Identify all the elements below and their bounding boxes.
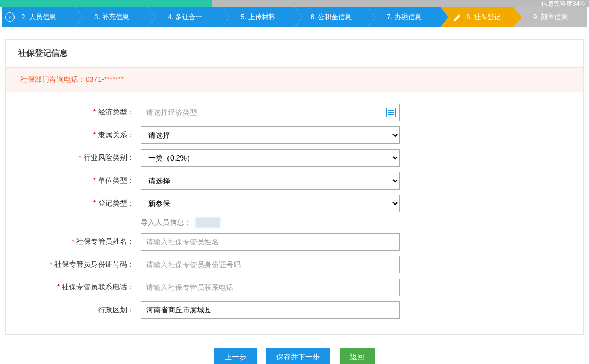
social-insurance-form: 经济类型： 隶属关系： 请选择 行业风险类别： 一类（0.2%） <box>6 92 583 334</box>
step-label: 4. 多证合一 <box>167 7 202 27</box>
register-type-select[interactable]: 新参保 <box>141 195 400 212</box>
label-register-type: 登记类型： <box>6 199 141 208</box>
step-9: 9. 刻章信息 <box>514 7 587 27</box>
step-2[interactable]: 2. 人员信息‹ <box>2 7 75 27</box>
label-economy-type: 经济类型： <box>6 108 141 117</box>
import-persons-label: 导入人员信息： <box>141 218 191 227</box>
region-input[interactable] <box>141 301 400 319</box>
economy-type-input[interactable] <box>141 104 400 121</box>
step-label: 8. 社保登记 <box>466 7 500 27</box>
label-admin-name: 社保专管员姓名： <box>6 237 141 246</box>
step-7[interactable]: 7. 办税信息 <box>368 7 441 27</box>
label-affiliation: 隶属关系： <box>6 130 141 140</box>
step-label: 2. 人员信息 <box>21 7 55 27</box>
step-8[interactable]: 8. 社保登记 <box>441 7 514 27</box>
step-4[interactable]: 4. 多证合一 <box>148 7 221 27</box>
step-nav: 2. 人员信息‹3. 补充信息4. 多证合一5. 上传材料6. 公积金信息7. … <box>0 7 589 27</box>
step-label: 7. 办税信息 <box>387 7 421 27</box>
footer-actions: 上一步 保存并下一步 返回 <box>0 335 589 364</box>
label-admin-id: 社保专管员身份证号码： <box>6 260 141 269</box>
picker-icon[interactable] <box>386 108 396 117</box>
admin-name-input[interactable] <box>141 233 400 251</box>
completeness-progress: 信息完整度34% <box>0 0 589 7</box>
save-next-button[interactable]: 保存并下一步 <box>266 348 330 364</box>
affiliation-select[interactable]: 请选择 <box>141 126 400 144</box>
import-persons-thumbnail[interactable] <box>195 217 220 228</box>
label-unit-type: 单位类型： <box>6 176 141 185</box>
progress-fill <box>0 0 212 7</box>
progress-text: 信息完整度34% <box>541 0 585 7</box>
label-region: 行政区划： <box>6 305 141 315</box>
back-chevron-icon[interactable]: ‹ <box>5 12 15 22</box>
form-card: 社保登记信息 社保部门咨询电话：0371-******* 经济类型： 隶属关系：… <box>5 39 584 335</box>
unit-type-select[interactable]: 请选择 <box>141 172 400 190</box>
step-3[interactable]: 3. 补充信息 <box>75 7 148 27</box>
step-label: 6. 公积金信息 <box>311 7 352 27</box>
hotline-notice: 社保部门咨询电话：0371-******* <box>6 68 583 92</box>
step-label: 5. 上传材料 <box>241 7 275 27</box>
label-admin-phone: 社保专管员联系电话： <box>6 283 141 292</box>
label-risk-level: 行业风险类别： <box>6 153 141 163</box>
risk-level-select[interactable]: 一类（0.2%） <box>141 149 400 167</box>
pencil-icon <box>454 7 463 27</box>
card-title: 社保登记信息 <box>6 40 583 68</box>
step-6[interactable]: 6. 公积金信息 <box>294 7 368 27</box>
back-button[interactable]: 返回 <box>340 348 375 364</box>
prev-button[interactable]: 上一步 <box>214 348 257 364</box>
step-label: 9. 刻章信息 <box>533 7 567 27</box>
step-label: 3. 补充信息 <box>94 7 129 27</box>
admin-phone-input[interactable] <box>141 279 400 296</box>
admin-id-input[interactable] <box>141 256 400 273</box>
step-5[interactable]: 5. 上传材料 <box>221 7 294 27</box>
